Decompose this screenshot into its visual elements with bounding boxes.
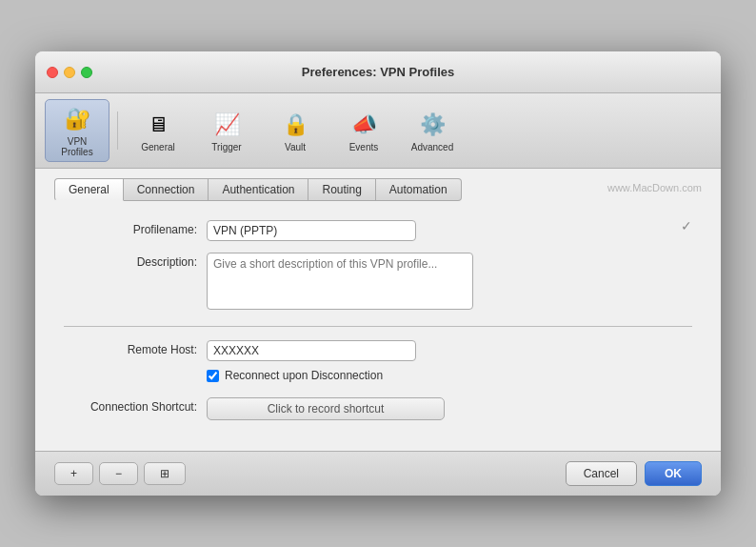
toolbar-label-advanced: Advanced xyxy=(411,142,453,152)
remove-profile-button[interactable]: − xyxy=(99,462,138,485)
main-window: Preferences: VPN Profiles 🔐 VPN Profiles… xyxy=(35,51,721,496)
form-area: www.MacDown.com ✓ Profilename: Descripti… xyxy=(35,211,721,451)
vpn-profiles-icon: 🔐 xyxy=(62,104,92,134)
remote-host-label: Remote Host: xyxy=(64,340,207,356)
content-area: General Connection Authentication Routin… xyxy=(35,169,721,451)
toolbar-item-vault[interactable]: 🔒 Vault xyxy=(263,105,328,157)
toolbar-item-trigger[interactable]: 📈 Trigger xyxy=(194,105,259,157)
profilename-input[interactable] xyxy=(207,220,416,241)
remote-host-row: Remote Host: Reconnect upon Disconnectio… xyxy=(64,340,692,382)
description-control xyxy=(207,253,692,313)
minimize-button[interactable] xyxy=(64,67,75,78)
advanced-icon: ⚙️ xyxy=(417,110,448,140)
window-title: Preferences: VPN Profiles xyxy=(302,65,454,79)
toolbar-item-events[interactable]: 📣 Events xyxy=(331,105,396,157)
tab-connection[interactable]: Connection xyxy=(124,178,209,201)
shortcut-label: Connection Shortcut: xyxy=(64,397,207,414)
toolbar-item-general[interactable]: 🖥 General xyxy=(126,105,190,157)
toolbar-label-vpn-profiles: VPN Profiles xyxy=(51,136,103,157)
profilename-label: Profilename: xyxy=(64,220,207,236)
add-profile-button[interactable]: + xyxy=(54,462,93,485)
toolbar-separator xyxy=(117,111,118,150)
description-row: Description: xyxy=(64,253,692,313)
general-icon: 🖥 xyxy=(143,110,173,140)
tab-authentication[interactable]: Authentication xyxy=(209,178,308,201)
vault-icon: 🔒 xyxy=(280,110,310,140)
tab-automation[interactable]: Automation xyxy=(376,178,462,201)
record-shortcut-button[interactable]: Click to record shortcut xyxy=(207,397,445,420)
shortcut-row: Connection Shortcut: Click to record sho… xyxy=(64,397,692,420)
toolbar-label-events: Events xyxy=(349,142,379,152)
ok-button[interactable]: OK xyxy=(645,461,702,486)
trigger-icon: 📈 xyxy=(211,110,242,140)
titlebar: Preferences: VPN Profiles xyxy=(35,51,721,93)
maximize-button[interactable] xyxy=(81,67,92,78)
tab-routing[interactable]: Routing xyxy=(308,178,375,201)
toolbar-label-general: General xyxy=(141,142,175,152)
events-icon: 📣 xyxy=(348,110,379,140)
description-label: Description: xyxy=(64,253,207,269)
duplicate-profile-button[interactable]: ⊞ xyxy=(144,462,186,485)
reconnect-checkbox[interactable] xyxy=(207,370,219,382)
toolbar-item-advanced[interactable]: ⚙️ Advanced xyxy=(400,105,465,157)
profilename-control xyxy=(207,220,692,241)
traffic-lights xyxy=(47,67,92,78)
toolbar-item-vpn-profiles[interactable]: 🔐 VPN Profiles xyxy=(45,99,109,162)
shortcut-control: Click to record shortcut xyxy=(207,397,692,420)
bottom-right-buttons: Cancel OK xyxy=(566,461,702,486)
cancel-button[interactable]: Cancel xyxy=(566,461,637,486)
toolbar-label-trigger: Trigger xyxy=(211,142,241,152)
close-button[interactable] xyxy=(47,67,58,78)
watermark: www.MacDown.com xyxy=(607,182,702,193)
remote-host-input[interactable] xyxy=(207,340,416,361)
form-separator xyxy=(64,326,692,327)
checkmark-icon: ✓ xyxy=(681,218,692,233)
description-input[interactable] xyxy=(207,253,473,310)
toolbar: 🔐 VPN Profiles 🖥 General 📈 Trigger 🔒 Vau… xyxy=(35,93,721,169)
tab-general[interactable]: General xyxy=(54,178,124,201)
bottom-left-buttons: + − ⊞ xyxy=(54,462,186,485)
bottom-bar: + − ⊞ Cancel OK xyxy=(35,451,721,496)
profilename-row: Profilename: xyxy=(64,220,692,241)
reconnect-row: Reconnect upon Disconnection xyxy=(207,369,692,382)
toolbar-label-vault: Vault xyxy=(285,142,306,152)
reconnect-label: Reconnect upon Disconnection xyxy=(225,369,383,382)
remote-host-control: Reconnect upon Disconnection xyxy=(207,340,692,382)
